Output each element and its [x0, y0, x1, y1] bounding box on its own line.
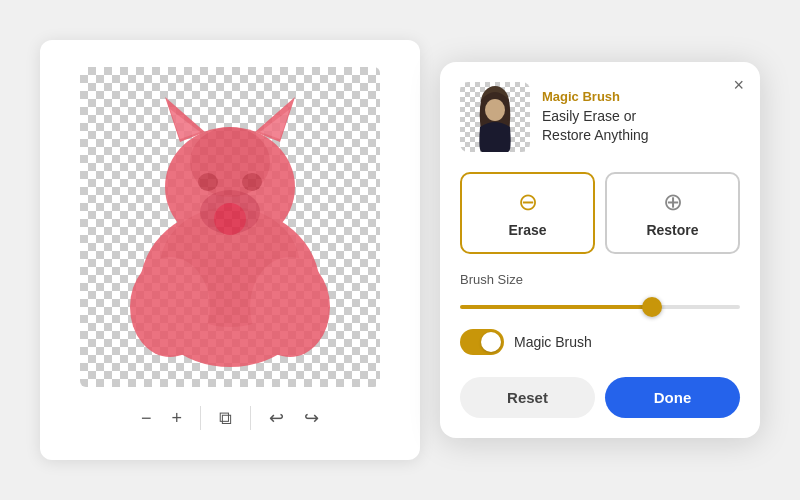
restore-label: Restore [646, 222, 698, 238]
action-buttons: Reset Done [460, 377, 740, 418]
restore-icon: ⊕ [663, 188, 683, 216]
canvas-area: − + ⧉ ↩ ↪ [40, 40, 420, 460]
erase-mode-button[interactable]: ⊖ Erase [460, 172, 595, 254]
done-button[interactable]: Done [605, 377, 740, 418]
svg-point-15 [485, 99, 505, 121]
magic-brush-toggle[interactable] [460, 329, 504, 355]
brush-size-label: Brush Size [460, 272, 740, 287]
reset-button[interactable]: Reset [460, 377, 595, 418]
toolbar-divider-1 [200, 406, 201, 430]
undo-button[interactable]: ↩ [263, 403, 290, 433]
close-button[interactable]: × [733, 76, 744, 94]
brush-size-slider[interactable] [460, 305, 740, 309]
preview-card: Magic Brush Easily Erase or Restore Anyt… [460, 82, 740, 152]
canvas-toolbar: − + ⧉ ↩ ↪ [135, 403, 325, 433]
svg-point-12 [130, 257, 210, 357]
magic-brush-row: Magic Brush [460, 329, 740, 355]
restore-mode-button[interactable]: ⊕ Restore [605, 172, 740, 254]
mode-buttons: ⊖ Erase ⊕ Restore [460, 172, 740, 254]
magic-brush-label: Magic Brush [514, 334, 592, 350]
svg-point-13 [250, 257, 330, 357]
preview-title: Magic Brush [542, 89, 649, 104]
erase-icon: ⊖ [518, 188, 538, 216]
preview-text: Magic Brush Easily Erase or Restore Anyt… [542, 89, 649, 145]
erase-label: Erase [508, 222, 546, 238]
zoom-in-button[interactable]: + [166, 404, 189, 433]
wolf-illustration [80, 67, 380, 387]
flip-button[interactable]: ⧉ [213, 404, 238, 433]
toggle-knob [481, 332, 501, 352]
svg-point-10 [190, 127, 270, 197]
preview-person-svg [460, 82, 530, 152]
redo-button[interactable]: ↪ [298, 403, 325, 433]
magic-brush-dialog: × Magic Brush Easily Erase or Restore An… [440, 62, 760, 438]
toolbar-divider-2 [250, 406, 251, 430]
zoom-out-button[interactable]: − [135, 404, 158, 433]
preview-subtitle: Easily Erase or Restore Anything [542, 107, 649, 145]
brush-size-section: Brush Size [460, 272, 740, 313]
canvas-image[interactable] [80, 67, 380, 387]
preview-thumbnail [460, 82, 530, 152]
